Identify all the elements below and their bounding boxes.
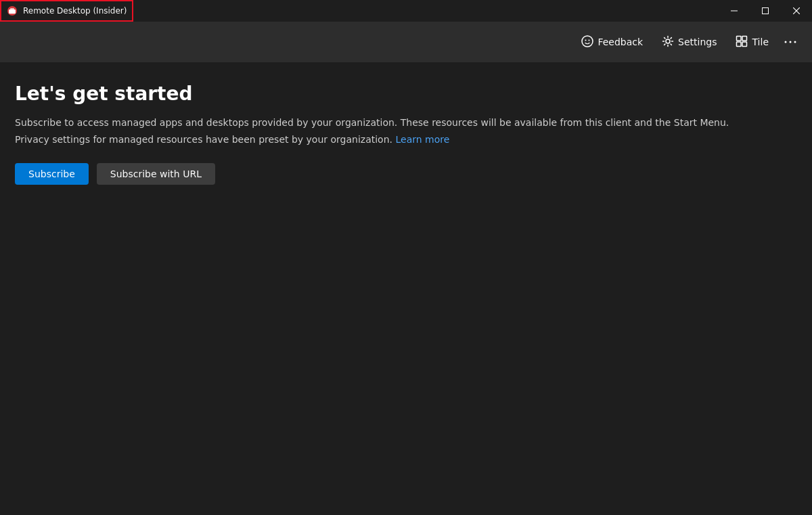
learn-more-link[interactable]: Learn more bbox=[395, 134, 449, 145]
svg-point-11 bbox=[666, 39, 670, 43]
svg-point-8 bbox=[582, 36, 593, 47]
minimize-button[interactable] bbox=[719, 0, 750, 22]
svg-rect-15 bbox=[742, 42, 747, 47]
svg-rect-13 bbox=[742, 36, 747, 41]
title-bar-title: Remote Desktop (Insider) bbox=[23, 6, 127, 16]
settings-icon bbox=[662, 35, 674, 49]
page-heading: Let's get started bbox=[15, 83, 797, 105]
svg-point-16 bbox=[785, 41, 787, 43]
toolbar: Feedback Settings Tile bbox=[0, 22, 812, 62]
settings-button[interactable]: Settings bbox=[654, 31, 725, 53]
feedback-icon bbox=[581, 35, 593, 49]
svg-rect-2 bbox=[10, 8, 14, 11]
subscribe-button[interactable]: Subscribe bbox=[15, 163, 89, 185]
svg-point-10 bbox=[589, 39, 590, 41]
svg-rect-14 bbox=[737, 42, 742, 47]
feedback-button[interactable]: Feedback bbox=[573, 31, 651, 53]
close-button[interactable] bbox=[781, 0, 812, 22]
svg-point-9 bbox=[585, 39, 587, 41]
more-button[interactable] bbox=[780, 31, 801, 53]
main-content: Let's get started Subscribe to access ma… bbox=[0, 62, 812, 515]
title-bar: Remote Desktop (Insider) bbox=[0, 0, 812, 22]
app-icon bbox=[7, 5, 18, 16]
privacy-text-content: Privacy settings for managed resources h… bbox=[15, 134, 392, 145]
svg-rect-4 bbox=[731, 11, 738, 12]
settings-label: Settings bbox=[678, 37, 717, 47]
buttons-row: Subscribe Subscribe with URL bbox=[15, 163, 797, 185]
title-bar-left: Remote Desktop (Insider) bbox=[0, 0, 133, 22]
tile-icon bbox=[736, 35, 748, 49]
tile-label: Tile bbox=[752, 37, 769, 47]
description-text: Subscribe to access managed apps and des… bbox=[15, 116, 797, 130]
svg-rect-12 bbox=[737, 36, 742, 41]
svg-rect-3 bbox=[9, 13, 15, 14]
privacy-text: Privacy settings for managed resources h… bbox=[15, 133, 797, 147]
maximize-button[interactable] bbox=[750, 0, 781, 22]
svg-rect-5 bbox=[763, 8, 769, 14]
svg-point-18 bbox=[794, 41, 796, 43]
tile-button[interactable]: Tile bbox=[727, 31, 777, 53]
svg-point-17 bbox=[790, 41, 792, 43]
title-bar-controls bbox=[719, 0, 812, 22]
feedback-label: Feedback bbox=[597, 37, 643, 47]
subscribe-with-url-button[interactable]: Subscribe with URL bbox=[97, 163, 215, 185]
